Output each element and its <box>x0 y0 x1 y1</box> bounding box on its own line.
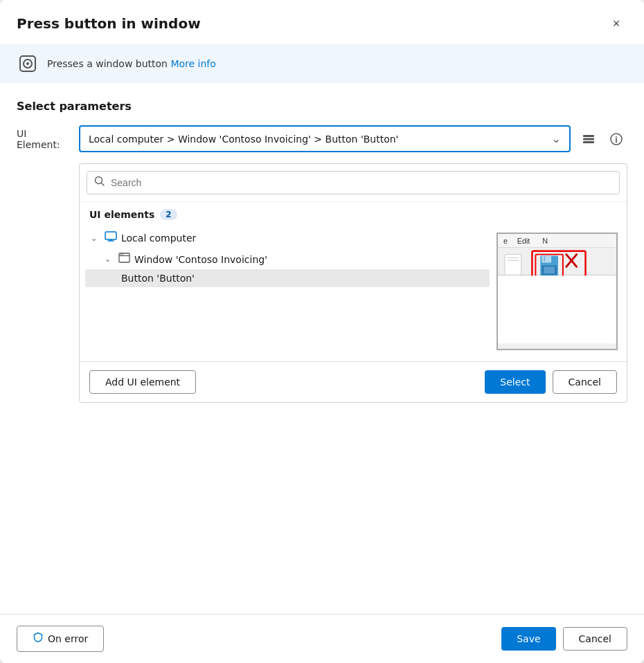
svg-rect-4 <box>583 138 594 140</box>
search-box <box>80 164 627 202</box>
on-error-button[interactable]: On error <box>17 626 104 652</box>
svg-point-15 <box>120 254 122 255</box>
dialog-title: Press button in window <box>17 15 201 32</box>
dialog-footer: On error Save Cancel <box>0 614 644 663</box>
dropdown-footer: Add UI element Select Cancel <box>80 361 627 402</box>
search-input-wrap[interactable] <box>87 171 620 194</box>
info-text: Presses a window button More info <box>47 58 216 69</box>
field-actions: i <box>578 128 627 150</box>
cancel-button[interactable]: Cancel <box>563 627 627 651</box>
ui-element-field-row: UI Element: Local computer > Window 'Con… <box>17 125 627 152</box>
press-button-icon <box>17 53 39 75</box>
svg-rect-35 <box>504 255 521 275</box>
svg-point-16 <box>122 254 123 255</box>
dropdown-panel: UI elements 2 ⌄ <box>79 163 627 403</box>
tree-item-button[interactable]: Button 'Button' <box>85 269 490 287</box>
more-info-link[interactable]: More info <box>170 58 215 69</box>
ui-element-value: Local computer > Window 'Contoso Invoici… <box>89 134 398 145</box>
preview-svg: e Edit N <box>498 233 616 349</box>
dialog-body: Select parameters UI Element: Local comp… <box>0 83 644 614</box>
expand-icon-2: ⌄ <box>105 255 114 264</box>
search-icon <box>94 176 105 190</box>
shield-icon <box>33 632 44 646</box>
svg-text:Edit: Edit <box>517 237 530 245</box>
svg-rect-31 <box>544 266 555 273</box>
close-button[interactable]: × <box>605 12 627 35</box>
save-button[interactable]: Save <box>501 627 555 651</box>
preview-image: e Edit N <box>497 233 618 350</box>
info-bar: Presses a window button More info <box>0 44 644 83</box>
button-item-label: Button 'Button' <box>121 273 195 284</box>
ui-element-label: UI Element: <box>17 128 72 150</box>
section-title: Select parameters <box>17 100 627 113</box>
footer-right: Save Cancel <box>501 627 627 651</box>
select-button[interactable]: Select <box>485 370 545 394</box>
info-button[interactable]: i <box>605 128 627 150</box>
svg-text:e: e <box>503 237 507 245</box>
svg-rect-5 <box>583 135 594 137</box>
svg-text:N: N <box>542 237 548 245</box>
local-computer-label: Local computer <box>121 233 196 244</box>
tree-item-window[interactable]: ⌄ Window 'Contoso Invoicing' <box>85 249 490 269</box>
svg-rect-29 <box>544 256 545 262</box>
dialog-header: Press button in window × <box>0 0 644 44</box>
window-icon <box>118 253 130 266</box>
search-input[interactable] <box>111 177 612 188</box>
svg-text:i: i <box>615 135 617 145</box>
svg-rect-38 <box>498 275 616 349</box>
tree-list: ⌄ Local computer ⌄ <box>80 227 495 356</box>
ui-element-dropdown[interactable]: Local computer > Window 'Contoso Invoici… <box>79 125 571 152</box>
window-label: Window 'Contoso Invoicing' <box>134 254 267 265</box>
svg-line-9 <box>102 183 105 186</box>
preview-area: e Edit N <box>495 227 627 356</box>
add-ui-element-button[interactable]: Add UI element <box>89 370 196 394</box>
svg-rect-10 <box>105 232 116 239</box>
ui-elements-header: UI elements 2 <box>80 202 627 227</box>
svg-point-2 <box>26 62 29 65</box>
ui-elements-count: 2 <box>160 209 177 220</box>
expand-icon: ⌄ <box>91 234 100 243</box>
layers-button[interactable] <box>578 128 600 150</box>
dropdown-cancel-button[interactable]: Cancel <box>553 370 617 394</box>
svg-rect-3 <box>583 141 594 143</box>
svg-rect-39 <box>498 343 616 349</box>
chevron-down-icon: ⌄ <box>552 132 561 145</box>
computer-icon <box>105 230 117 246</box>
tree-item-local-computer[interactable]: ⌄ Local computer <box>85 227 490 249</box>
tree-area: ⌄ Local computer ⌄ <box>80 227 627 361</box>
on-error-label: On error <box>48 633 88 644</box>
svg-rect-28 <box>542 256 551 263</box>
ui-elements-label: UI elements <box>89 209 154 220</box>
footer-left: On error <box>17 626 104 652</box>
dialog-container: Press button in window × Presses a windo… <box>0 0 644 663</box>
svg-rect-19 <box>498 234 616 248</box>
